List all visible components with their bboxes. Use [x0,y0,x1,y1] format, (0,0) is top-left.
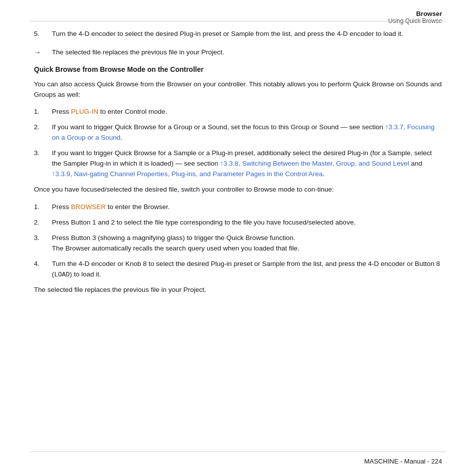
header-rule [30,21,446,21]
list2-1-text: Press BROWSER to enter the Browser. [52,202,442,213]
list2-3-num: 3. [34,233,52,254]
arrow-item: → The selected file replaces the previou… [34,47,442,58]
item-5-number: 5. [34,29,52,39]
link-3-3-7[interactable]: ↑3.3.7, Focusing on a Group or a Sound [52,123,435,141]
list2-item-4: 4. Turn the 4-D encoder or Knob 8 to sel… [34,259,442,280]
page-container: Browser Using Quick Browse 5. Turn the 4… [0,0,476,476]
list-3-text: If you want to trigger Quick Browse for … [52,148,442,180]
intro-paragraph: You can also access Quick Browse from th… [34,79,442,100]
footer-text: MASCHINE - Manual - 224 [364,458,442,465]
list2-item-2: 2. Press Button 1 and 2 to select the fi… [34,218,442,228]
list-item-3: 3. If you want to trigger Quick Browse f… [34,148,442,180]
section-heading: Quick Browse from Browse Mode on the Con… [34,65,442,73]
continue-text: Once you have focused/selected the desir… [34,185,442,195]
list2-3-text: Press Button 3 (showing a magnifying gla… [52,233,442,254]
list-2-text: If you want to trigger Quick Browse for … [52,122,442,143]
list-1-num: 1. [34,107,52,117]
arrow-text: The selected file replaces the previous … [52,47,442,58]
list2-item-3: 3. Press Button 3 (showing a magnifying … [34,233,442,254]
load-monospace: LOAD [54,271,70,278]
link-3-3-9[interactable]: ↑3.3.9, Navi-gating Channel Properties, … [52,170,323,178]
item-5: 5. Turn the 4-D encoder to select the de… [34,29,442,39]
link-3-3-8[interactable]: ↑3.3.8, Switching Between the Master, Gr… [220,160,409,167]
list-item-2: 2. If you want to trigger Quick Browse f… [34,122,442,143]
item-5-text: Turn the 4-D encoder to select the desir… [52,29,442,39]
final-text: The selected file replaces the previous … [34,285,442,295]
list-3-num: 3. [34,148,52,180]
list2-4-num: 4. [34,259,52,280]
arrow-symbol: → [34,47,52,58]
footer-rule [30,452,446,452]
list2-2-text: Press Button 1 and 2 to select the file … [52,218,442,228]
list2-4-text: Turn the 4-D encoder or Knob 8 to select… [52,259,442,280]
list-1-text: Press PLUG-IN to enter Control mode. [52,107,442,117]
list2-1-num: 1. [34,202,52,213]
header: Browser Using Quick Browse [388,10,442,24]
list-item-1: 1. Press PLUG-IN to enter Control mode. [34,107,442,117]
list2-2-num: 2. [34,218,52,228]
main-content: 5. Turn the 4-D encoder to select the de… [34,29,442,446]
header-browser-label: Browser [388,10,442,17]
list2-item-1: 1. Press BROWSER to enter the Browser. [34,202,442,213]
browser-highlight: BROWSER [71,203,106,211]
list-2-num: 2. [34,122,52,143]
plug-in-highlight: PLUG-IN [71,108,98,115]
